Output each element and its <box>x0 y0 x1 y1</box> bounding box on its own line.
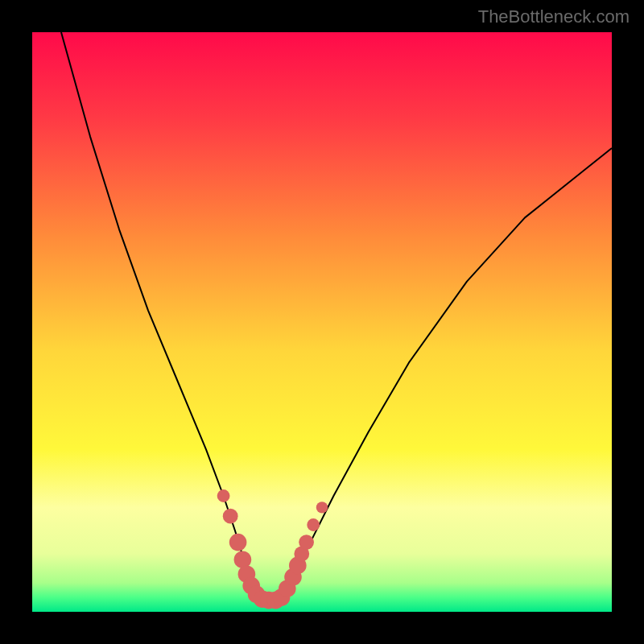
data-marker <box>217 489 230 502</box>
data-marker <box>307 518 320 531</box>
bottleneck-chart <box>32 32 612 612</box>
chart-plot-area <box>32 32 612 612</box>
data-marker <box>316 502 328 513</box>
data-marker <box>223 509 238 524</box>
chart-background <box>32 32 612 612</box>
data-marker <box>229 534 247 551</box>
watermark-text: TheBottleneck.com <box>478 6 630 27</box>
data-marker <box>299 535 314 550</box>
